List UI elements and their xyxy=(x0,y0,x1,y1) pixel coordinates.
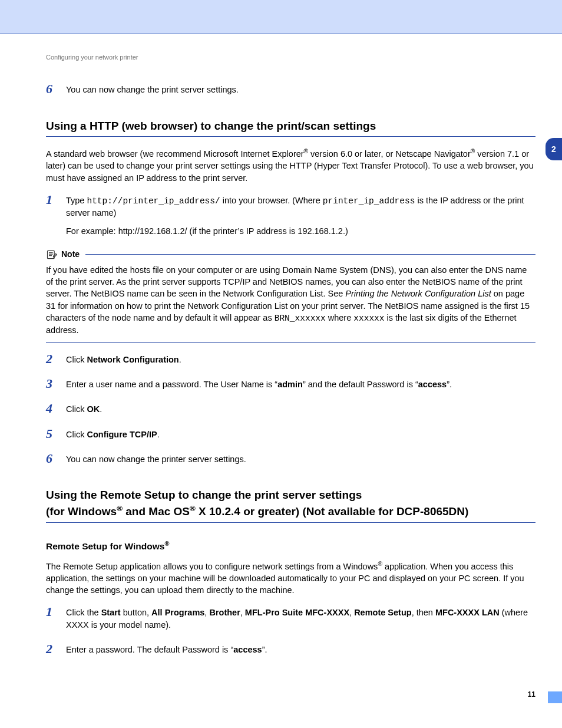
page-content: Configuring your network printer 6 You c… xyxy=(0,0,562,691)
text-run: Click xyxy=(66,430,87,439)
step-number: 3 xyxy=(46,377,60,390)
step-row: 3 Enter a user name and a password. The … xyxy=(46,377,535,396)
note-rule xyxy=(85,254,535,255)
bold-text: MFL-Pro Suite MFC-XXXX xyxy=(245,608,349,617)
step-body: You can now change the print server sett… xyxy=(66,83,535,101)
page-number-tab xyxy=(548,691,562,703)
registered-mark: ® xyxy=(117,504,123,513)
section-rule xyxy=(46,136,535,137)
bold-text: Start xyxy=(101,608,121,617)
bold-text: All Programs xyxy=(151,608,204,617)
note-block: Note If you have edited the hosts file o… xyxy=(46,249,535,343)
bold-text: access xyxy=(418,380,447,389)
registered-mark: ® xyxy=(164,540,169,547)
italic-link-text[interactable]: Printing the Network Configuration List xyxy=(345,289,491,298)
text-run: Using the Remote Setup to change the pri… xyxy=(46,489,362,501)
text-run: Enter a password. The default Password i… xyxy=(66,645,230,654)
step-row: 5 Click Configure TCP/IP. xyxy=(46,427,535,446)
step-row: 6 You can now change the printer server … xyxy=(46,452,535,471)
step-number: 1 xyxy=(46,605,60,618)
bold-text: Remote Setup xyxy=(354,608,412,617)
text-run: A standard web browser (we recommend Mic… xyxy=(46,149,304,159)
text-run: where xyxy=(328,313,354,322)
registered-mark: ® xyxy=(304,148,308,154)
text-run: The Remote Setup application allows you … xyxy=(46,561,378,571)
note-label: Note xyxy=(61,249,80,261)
bold-text: Network Configuration xyxy=(87,355,178,364)
step-body: Type http://printer_ip_address/ into you… xyxy=(66,193,535,243)
text-run: , xyxy=(349,608,354,617)
step-number: 1 xyxy=(46,193,60,206)
step-row: 6 You can now change the print server se… xyxy=(46,83,535,101)
section-title: Using the Remote Setup to change the pri… xyxy=(46,487,535,520)
registered-mark: ® xyxy=(378,561,382,567)
text-run: You can now change the printer server se… xyxy=(66,453,535,465)
text-run: (for Windows xyxy=(46,505,117,518)
text-run: X 10.2.4 or greater) (Not available for … xyxy=(199,505,468,518)
bold-text: OK xyxy=(87,404,100,414)
text-run: button, xyxy=(123,608,151,617)
text-run: Click xyxy=(66,355,87,364)
text-run: , then xyxy=(412,608,435,617)
text-run: version 6.0 or later, or Netscape Naviga… xyxy=(310,149,471,159)
step-number: 6 xyxy=(46,83,60,95)
registered-mark: ® xyxy=(190,504,196,513)
step-number: 2 xyxy=(46,643,60,655)
section-title: Using a HTTP (web browser) to change the… xyxy=(46,118,535,134)
text-run: and Mac OS xyxy=(125,505,190,518)
step-body: Click Configure TCP/IP. xyxy=(66,427,535,446)
step-number: 6 xyxy=(46,452,60,465)
step-row: 1 Type http://printer_ip_address/ into y… xyxy=(46,193,535,243)
bold-text: Configure TCP/IP xyxy=(87,430,157,439)
step-body: Click Network Configuration. xyxy=(66,353,535,371)
text-run: Type xyxy=(66,196,87,205)
text-run: Enter a user name and a password. The Us… xyxy=(66,380,275,389)
step-body: Enter a user name and a password. The Us… xyxy=(66,377,535,396)
code-text: BRN_xxxxxx xyxy=(275,314,326,323)
code-text: xxxxxx xyxy=(353,314,384,323)
text-run: Remote Setup for Windows xyxy=(46,541,164,551)
step-body: You can now change the printer server se… xyxy=(66,452,535,471)
bold-text: Brother xyxy=(209,608,240,617)
step-text: You can now change the print server sett… xyxy=(66,85,239,94)
subsection-title: Remote Setup for Windows® xyxy=(46,539,535,553)
step-body: Click the Start button, All Programs, Br… xyxy=(66,605,535,637)
text-run: into your browser. (Where xyxy=(223,196,323,205)
chapter-tab: 2 xyxy=(546,138,562,160)
code-text: printer_ip_address xyxy=(323,196,415,206)
page-number: 11 xyxy=(528,690,535,700)
section-header: Configuring your network printer xyxy=(46,53,535,62)
step-body: Click OK. xyxy=(66,402,535,421)
step-row: 2 Enter a password. The default Password… xyxy=(46,643,535,661)
section-rule xyxy=(46,522,535,523)
text-run: Click xyxy=(66,404,87,414)
bold-text: MFC-XXXX LAN xyxy=(435,608,500,617)
body-paragraph: A standard web browser (we recommend Mic… xyxy=(46,147,535,184)
code-text: http://printer_ip_address/ xyxy=(87,196,220,206)
note-edit-icon xyxy=(46,249,58,261)
step-row: 2 Click Network Configuration. xyxy=(46,353,535,371)
note-end-rule xyxy=(46,342,535,343)
step-number: 2 xyxy=(46,353,60,365)
text-run: , xyxy=(240,608,245,617)
step-number: 5 xyxy=(46,427,60,440)
text-run: . xyxy=(100,404,102,414)
bold-text: admin xyxy=(277,380,303,389)
step-body: Enter a password. The default Password i… xyxy=(66,643,535,661)
note-body: If you have edited the hosts file on you… xyxy=(46,264,535,337)
registered-mark: ® xyxy=(471,148,475,154)
step-row: 4 Click OK. xyxy=(46,402,535,421)
text-run: For example: http://192.168.1.2/ (if the… xyxy=(66,225,535,237)
text-run: Click the xyxy=(66,608,101,617)
body-paragraph: The Remote Setup application allows you … xyxy=(46,560,535,597)
text-run: and the default Password is xyxy=(306,380,415,389)
top-band xyxy=(0,0,562,34)
step-number: 4 xyxy=(46,402,60,415)
text-run: . xyxy=(157,430,160,439)
step-row: 1 Click the Start button, All Programs, … xyxy=(46,605,535,637)
bold-text: access xyxy=(233,645,262,654)
text-run: . xyxy=(179,355,181,364)
